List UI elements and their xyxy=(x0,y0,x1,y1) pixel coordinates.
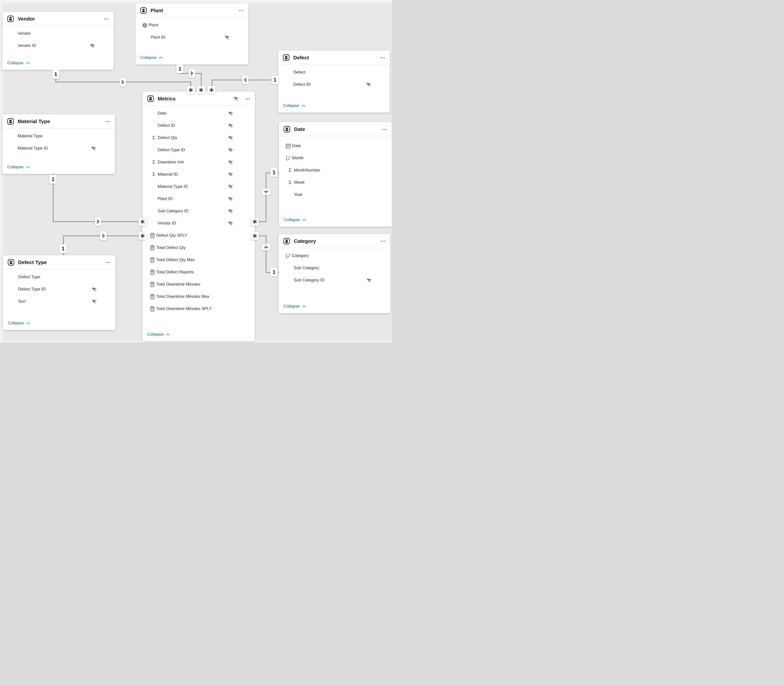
field-row[interactable]: Date xyxy=(143,107,255,120)
field-row[interactable]: Plant xyxy=(135,19,248,31)
field-row[interactable]: Defect ID xyxy=(143,120,255,131)
eye-off-icon[interactable] xyxy=(233,96,239,102)
collapse-link[interactable]: Collapse xyxy=(278,103,390,113)
field-row[interactable]: Vendor ID xyxy=(143,217,255,229)
eye-off-icon[interactable] xyxy=(89,43,95,49)
filter-direction-right-arrow[interactable] xyxy=(189,69,195,78)
eye-off-icon[interactable] xyxy=(366,81,371,88)
cardinality-one-plant[interactable]: 1 xyxy=(176,65,184,73)
filter-direction-right-arrow[interactable] xyxy=(95,217,101,226)
filter-direction-down-arrow[interactable] xyxy=(262,188,270,195)
cardinality-one-vendor[interactable]: 1 xyxy=(52,70,59,79)
measure-row[interactable]: Total Defect Qty xyxy=(143,242,255,254)
measure-row[interactable]: Total Downtime Minutes xyxy=(143,278,255,291)
table-header-date[interactable]: Date ••• xyxy=(279,122,392,136)
more-options-button[interactable]: ••• xyxy=(104,16,110,21)
filter-direction-right-arrow[interactable] xyxy=(100,231,107,240)
eye-off-icon[interactable] xyxy=(228,208,233,214)
eye-off-icon[interactable] xyxy=(228,184,233,190)
field-row[interactable]: Sub Category xyxy=(278,262,390,274)
more-options-button[interactable]: ••• xyxy=(380,239,386,243)
field-row[interactable]: Defect Type xyxy=(3,271,115,283)
more-options-button[interactable]: ••• xyxy=(245,96,251,101)
filter-direction-up-arrow[interactable] xyxy=(262,244,270,250)
field-row[interactable]: Vendor ID xyxy=(2,40,114,52)
eye-off-icon[interactable] xyxy=(228,135,233,141)
more-options-button[interactable]: ••• xyxy=(380,55,386,60)
field-row[interactable]: fx Category xyxy=(278,250,390,262)
field-row[interactable]: Material Type ID xyxy=(2,142,115,154)
eye-off-icon[interactable] xyxy=(228,172,233,177)
eye-off-icon[interactable] xyxy=(224,34,230,40)
collapse-link[interactable]: Collapse xyxy=(3,321,115,330)
eye-off-icon[interactable] xyxy=(91,145,96,151)
field-row[interactable]: Σ Week xyxy=(279,176,392,188)
cardinality-many-defect[interactable] xyxy=(208,86,216,94)
collapse-link[interactable]: Collapse xyxy=(143,332,255,341)
eye-off-icon[interactable] xyxy=(91,299,97,304)
measure-row[interactable]: Total Downtime Minutes SPLY xyxy=(143,303,255,315)
cardinality-many-category[interactable] xyxy=(251,232,259,240)
cardinality-one-material-type[interactable]: 1 xyxy=(49,175,57,184)
collapse-link[interactable]: Collapse xyxy=(278,304,390,313)
field-row[interactable]: Sub Category ID xyxy=(143,205,255,217)
field-row[interactable]: Year xyxy=(279,188,392,201)
table-header-category[interactable]: Category ••• xyxy=(278,234,390,248)
filter-direction-left-arrow[interactable] xyxy=(242,75,249,84)
field-row[interactable]: Defect xyxy=(278,66,390,78)
field-row[interactable]: Σ Material ID xyxy=(143,168,255,180)
cardinality-one-defect[interactable]: 1 xyxy=(271,75,278,84)
cardinality-one-category[interactable]: 1 xyxy=(270,268,278,276)
table-header-defect[interactable]: Defect ••• xyxy=(278,50,390,65)
collapse-link[interactable]: Collapse xyxy=(2,165,115,174)
field-row[interactable]: fx Month xyxy=(279,152,392,164)
eye-off-icon[interactable] xyxy=(228,196,233,202)
collapse-link[interactable]: Collapse xyxy=(2,60,114,70)
eye-off-icon[interactable] xyxy=(91,286,97,292)
cardinality-many-date[interactable] xyxy=(251,218,259,226)
cardinality-one-date[interactable]: 1 xyxy=(270,168,278,177)
measure-row[interactable]: Total Defect Qty Max xyxy=(143,254,255,266)
measure-row[interactable]: Total Downtime Minutes Max xyxy=(143,291,255,303)
table-header-vendor[interactable]: Vendor ••• xyxy=(2,12,114,26)
field-row[interactable]: Plant ID xyxy=(143,193,255,205)
field-row[interactable]: Defect ID xyxy=(278,78,390,91)
cardinality-many-defect-type[interactable] xyxy=(138,232,146,240)
field-row[interactable]: Σ Defect Qty xyxy=(143,131,255,144)
cardinality-many-plant[interactable] xyxy=(197,86,205,94)
measure-row[interactable]: Total Defect Reports xyxy=(143,266,255,278)
measure-row[interactable]: Defect Qty SPLY xyxy=(143,229,255,242)
field-row[interactable]: Material Type ID xyxy=(143,180,255,193)
eye-off-icon[interactable] xyxy=(228,123,233,128)
field-row[interactable]: Defect Type ID xyxy=(143,144,255,156)
field-row[interactable]: Material Type xyxy=(2,130,115,142)
filter-direction-right-arrow[interactable] xyxy=(119,78,126,86)
cardinality-many-material-type[interactable] xyxy=(138,218,146,226)
field-row[interactable]: Sub Category ID xyxy=(278,274,390,286)
field-row[interactable]: Date xyxy=(279,140,392,152)
field-row[interactable]: Vendor xyxy=(2,28,114,40)
relationship-line-segment[interactable] xyxy=(266,235,267,273)
more-options-button[interactable]: ••• xyxy=(105,260,111,265)
field-row[interactable]: Sort xyxy=(3,295,115,308)
eye-off-icon[interactable] xyxy=(228,110,233,116)
collapse-link[interactable]: Collapse xyxy=(279,218,392,227)
field-row[interactable]: Σ Downtime min xyxy=(143,156,255,168)
relationship-line-segment[interactable] xyxy=(266,172,267,222)
cardinality-many-vendor[interactable] xyxy=(187,86,195,94)
table-header-defect-type[interactable]: Defect Type ••• xyxy=(3,255,115,269)
more-options-button[interactable]: ••• xyxy=(105,119,111,124)
eye-off-icon[interactable] xyxy=(366,277,372,283)
table-header-plant[interactable]: Plant ••• xyxy=(135,3,248,18)
field-row[interactable]: Plant ID xyxy=(135,31,248,44)
cardinality-one-defect-type[interactable]: 1 xyxy=(59,244,67,253)
eye-off-icon[interactable] xyxy=(228,159,233,165)
eye-off-icon[interactable] xyxy=(228,147,233,153)
more-options-button[interactable]: ••• xyxy=(238,8,244,13)
eye-off-icon[interactable] xyxy=(228,220,233,226)
table-header-material-type[interactable]: Material Type ••• xyxy=(2,114,115,128)
more-options-button[interactable]: ••• xyxy=(382,127,388,131)
field-row[interactable]: Σ MonthNumber xyxy=(279,164,392,176)
field-row[interactable]: Defect Type ID xyxy=(3,283,115,295)
collapse-link[interactable]: Collapse xyxy=(135,55,248,65)
